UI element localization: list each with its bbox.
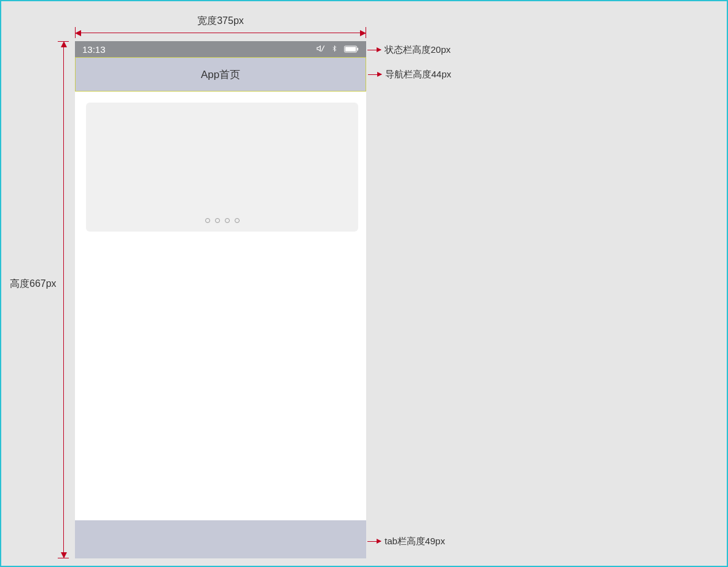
callout-status-text: 状态栏高度20px bbox=[385, 44, 451, 56]
svg-line-0 bbox=[321, 45, 324, 51]
carousel-dot bbox=[225, 218, 230, 223]
content-area bbox=[75, 92, 366, 520]
mute-icon bbox=[316, 44, 325, 55]
carousel-placeholder bbox=[86, 103, 358, 232]
callout-status-bar: 状态栏高度20px bbox=[367, 44, 451, 56]
svg-rect-3 bbox=[357, 47, 358, 50]
height-dimension-label: 高度667px bbox=[10, 278, 57, 291]
width-dimension-line bbox=[75, 29, 366, 41]
status-bar: 13:13 bbox=[75, 41, 366, 57]
phone-frame: 13:13 bbox=[75, 41, 366, 558]
svg-rect-2 bbox=[345, 47, 356, 51]
tab-bar bbox=[75, 520, 366, 558]
battery-icon bbox=[344, 44, 359, 55]
carousel-dot bbox=[205, 218, 210, 223]
status-time: 13:13 bbox=[82, 44, 106, 55]
callout-tab-text: tab栏高度49px bbox=[385, 536, 445, 547]
nav-bar: App首页 bbox=[75, 57, 366, 92]
callout-nav-bar: 导航栏高度44px bbox=[368, 69, 452, 80]
nav-title: App首页 bbox=[201, 68, 240, 82]
bluetooth-icon bbox=[331, 44, 338, 55]
carousel-dots bbox=[86, 218, 358, 223]
callout-tab-bar: tab栏高度49px bbox=[367, 536, 445, 547]
height-dimension-line bbox=[60, 41, 71, 558]
width-dimension-label: 宽度375px bbox=[75, 15, 366, 28]
callout-nav-text: 导航栏高度44px bbox=[385, 69, 452, 80]
carousel-dot bbox=[235, 218, 240, 223]
carousel-dot bbox=[215, 218, 220, 223]
